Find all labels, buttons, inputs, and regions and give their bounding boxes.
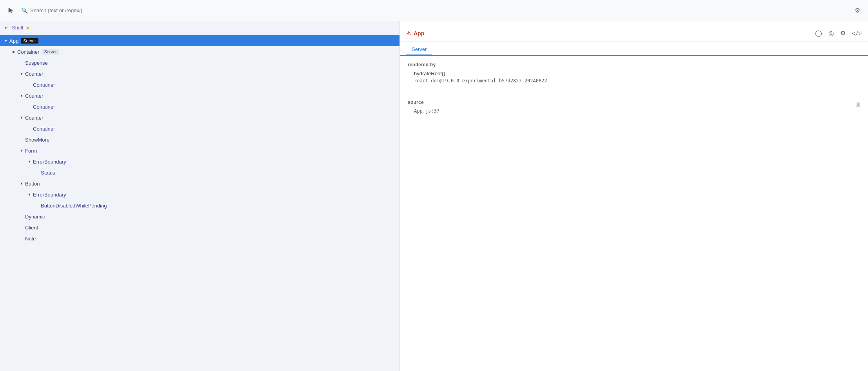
- copy-icon[interactable]: ▣: [855, 101, 860, 107]
- errorboundary1-expand-arrow: [27, 159, 32, 164]
- shell-expand-arrow[interactable]: [3, 25, 9, 30]
- rendered-by-label: rendered by: [408, 62, 860, 67]
- rendered-by-value1: hydrateRoot(): [408, 71, 860, 76]
- tree-item-buttondisabled[interactable]: ButtonDisabledWhilePending: [0, 200, 399, 211]
- app-name: App: [414, 30, 424, 36]
- button-label: Button: [25, 181, 40, 187]
- tree-item-container-3[interactable]: Container: [0, 123, 399, 134]
- shell-header: Shell ▲: [0, 21, 399, 34]
- tree-item-errorboundary-1[interactable]: ErrorBoundary: [0, 156, 399, 167]
- counter1-expand-arrow: [19, 71, 24, 76]
- tree-item-button[interactable]: Button: [0, 178, 399, 189]
- app-expand-arrow: [3, 38, 9, 44]
- client-label: Client: [25, 225, 38, 231]
- tree-item-client[interactable]: Client: [0, 222, 399, 233]
- gear-icon-right[interactable]: ⚙: [840, 29, 846, 37]
- showmore-label: ShowMore: [25, 137, 49, 143]
- settings-icon[interactable]: ⚙: [855, 7, 860, 14]
- search-input[interactable]: [30, 7, 335, 13]
- right-toolbar-icons: ◯ ◎ ⚙ </>: [815, 29, 862, 37]
- tree-item-counter-2[interactable]: Counter: [0, 90, 399, 101]
- tree-item-counter-3[interactable]: Counter: [0, 112, 399, 123]
- container3-label: Container: [33, 126, 55, 132]
- errorboundary2-label: ErrorBoundary: [33, 192, 66, 198]
- buttondisabled-label: ButtonDisabledWhilePending: [41, 203, 107, 209]
- form-expand-arrow: [19, 148, 24, 153]
- cursor-icon[interactable]: [5, 4, 17, 17]
- eye-icon[interactable]: ◎: [828, 29, 834, 37]
- toolbar-right: ⚙: [855, 7, 863, 14]
- tree-item-container-server[interactable]: Container Server: [0, 46, 399, 57]
- tree-item-app[interactable]: App Server: [0, 35, 399, 46]
- source-section: source ▣ App.js:37: [408, 100, 860, 114]
- tree-item-container-2[interactable]: Container: [0, 101, 399, 112]
- tree-item-status[interactable]: Status: [0, 167, 399, 178]
- component-tree-panel: Shell ▲ App Server Container Server Susp…: [0, 21, 400, 371]
- errorboundary2-expand-arrow: [27, 192, 32, 197]
- rendered-by-section: rendered by hydrateRoot() react-dom@19.0…: [408, 62, 860, 84]
- button-expand-arrow: [19, 181, 24, 186]
- tab-server[interactable]: Server: [406, 44, 432, 56]
- counter3-expand-arrow: [19, 115, 24, 120]
- container-server-expand-arrow: [11, 49, 16, 55]
- tree-item-note[interactable]: Note: [0, 233, 399, 244]
- note-label: Note: [25, 236, 36, 242]
- app-label: App: [9, 38, 18, 44]
- tree-item-container-1[interactable]: Container: [0, 79, 399, 90]
- status-label: Status: [41, 170, 55, 176]
- top-toolbar: 🔍 ⚙: [0, 0, 868, 21]
- errorboundary1-label: ErrorBoundary: [33, 159, 66, 165]
- shell-warning-icon: ▲: [25, 25, 30, 30]
- code-icon[interactable]: </>: [852, 30, 862, 36]
- counter2-label: Counter: [25, 93, 43, 99]
- main-content: Shell ▲ App Server Container Server Susp…: [0, 21, 868, 371]
- container-server-badge: Server: [42, 49, 59, 55]
- toolbar-left: 🔍: [5, 4, 855, 17]
- tree-item-showmore[interactable]: ShowMore: [0, 134, 399, 145]
- tree-section: App Server Container Server Suspense Cou…: [0, 34, 399, 246]
- counter3-label: Counter: [25, 115, 43, 121]
- source-value: App.js:37: [408, 108, 860, 114]
- section-divider: [408, 93, 860, 93]
- search-icon: 🔍: [21, 7, 28, 14]
- suspense-label: Suspense: [25, 60, 48, 66]
- tree-item-dynamic[interactable]: Dynamic: [0, 211, 399, 222]
- container1-label: Container: [33, 82, 55, 88]
- tree-item-counter-1[interactable]: Counter: [0, 68, 399, 79]
- form-label: Form: [25, 148, 37, 154]
- right-panel-body: rendered by hydrateRoot() react-dom@19.0…: [400, 56, 868, 129]
- counter1-label: Counter: [25, 71, 43, 77]
- app-detail-label: ⚠ App: [406, 30, 424, 36]
- dynamic-label: Dynamic: [25, 214, 45, 220]
- right-panel: ⚠ App ◯ ◎ ⚙ </> Server rendered by hydra…: [400, 21, 868, 371]
- right-panel-topbar: ⚠ App ◯ ◎ ⚙ </>: [400, 21, 868, 42]
- tree-item-errorboundary-2[interactable]: ErrorBoundary: [0, 189, 399, 200]
- app-warning-icon: ⚠: [406, 30, 411, 36]
- source-label: source: [408, 100, 424, 105]
- app-server-badge: Server: [21, 38, 38, 44]
- search-box: 🔍: [21, 7, 335, 14]
- shell-label: Shell: [12, 25, 23, 31]
- tab-bar: Server: [400, 42, 868, 56]
- tree-item-suspense[interactable]: Suspense: [0, 57, 399, 68]
- counter2-expand-arrow: [19, 93, 24, 98]
- container-server-label: Container: [17, 49, 39, 55]
- container2-label: Container: [33, 104, 55, 110]
- timer-icon[interactable]: ◯: [815, 29, 822, 37]
- tree-item-form[interactable]: Form: [0, 145, 399, 156]
- rendered-by-value2: react-dom@19.0.0-experimental-b57d2823-2…: [408, 78, 860, 84]
